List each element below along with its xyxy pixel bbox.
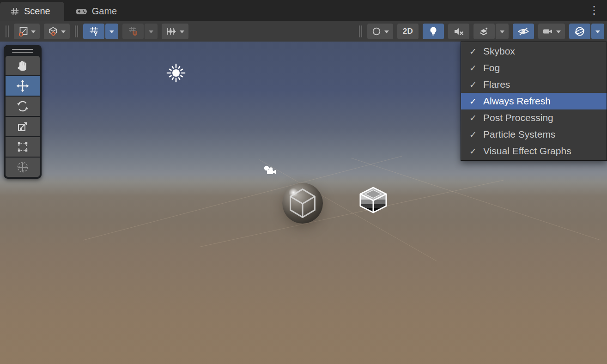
move-tool-button[interactable] [6,76,40,96]
effects-dropdown[interactable] [496,24,509,39]
sun-light-gizmo-icon[interactable] [166,63,186,83]
menu-item-visual-effect-graphs[interactable]: ✓ Visual Effect Graphs [461,143,607,159]
local-global-cube-icon [48,26,58,36]
sphere-object[interactable] [282,183,323,224]
ruler-icon [166,27,177,36]
rotate-tool-button[interactable] [6,97,40,116]
chevron-down-icon [595,30,600,33]
transform-tool-button[interactable] [6,158,40,177]
unity-scene-view-window: Scene Game ⋮ [0,0,607,364]
rotate-icon [16,100,29,113]
gamepad-icon [75,8,87,15]
shaded-sphere-icon [371,26,382,36]
tab-game[interactable]: Game [64,2,128,21]
menu-item-label: Visual Effect Graphs [483,146,571,157]
checkmark-icon: ✓ [469,79,478,90]
toolbar-separator [75,25,78,37]
chevron-down-icon [61,30,66,33]
tab-scene[interactable]: Scene [0,2,64,21]
chevron-down-icon [500,30,504,33]
tools-overlay-palette [4,45,42,179]
snap-settings-button[interactable] [122,24,144,39]
checkmark-icon: ✓ [469,129,478,140]
tab-bar: Scene Game ⋮ [0,0,607,21]
scene-viewport[interactable]: ✓ Skybox ✓ Fog ✓ Flares ✓ Always Refresh… [0,42,607,364]
toolbar-separator [6,25,9,37]
tool-handle-rotation-button[interactable] [44,24,70,39]
palette-drag-handle[interactable] [6,47,40,55]
hand-icon [16,59,29,72]
view-hand-tool-button[interactable] [6,56,40,75]
chevron-down-icon [31,30,36,33]
pivot-icon [18,26,28,36]
menu-item-label: Particle Systems [483,129,555,140]
eye-slash-icon [517,26,530,36]
orientation-gizmo-button[interactable] [569,24,590,39]
toolbar-right-group: 2D [358,24,604,39]
orientation-gizmo-icon [574,26,585,37]
effects-button[interactable] [473,24,495,39]
menu-item-skybox[interactable]: ✓ Skybox [461,43,607,60]
toolbar-separator [359,25,362,37]
grid-visibility-button[interactable]: Y [83,24,104,39]
checkmark-icon: ✓ [469,96,478,107]
kebab-menu-button[interactable]: ⋮ [588,3,601,18]
scene-toolbar: Y [0,21,607,42]
menu-item-fog[interactable]: ✓ Fog [461,60,607,76]
effects-dropdown-menu: ✓ Skybox ✓ Fog ✓ Flares ✓ Always Refresh… [461,42,607,161]
orientation-gizmo-dropdown[interactable] [591,24,604,39]
menu-item-label: Fog [483,62,500,73]
checkmark-icon: ✓ [469,146,478,157]
camera-gizmo-icon[interactable] [261,165,280,177]
wire-cube-gizmo-icon [282,183,323,224]
audio-mute-button[interactable] [448,24,469,39]
light-bulb-icon [429,26,438,37]
move-icon [16,79,30,93]
video-camera-icon [542,27,553,36]
checkmark-icon: ✓ [469,46,478,57]
grid-y-icon: Y [88,26,100,37]
2d-label: 2D [403,27,413,36]
chevron-down-icon [556,30,561,33]
effects-layers-icon [479,26,489,36]
scale-icon [16,120,29,133]
chevron-down-icon [180,30,184,33]
menu-item-label: Skybox [483,46,515,57]
menu-item-label: Post Processing [483,112,553,123]
menu-item-label: Always Refresh [483,96,551,107]
snap-magnet-icon [127,26,139,37]
chevron-down-icon [384,30,389,33]
menu-item-always-refresh[interactable]: ✓ Always Refresh [461,93,607,109]
tool-handle-position-button[interactable] [14,24,40,39]
camera-settings-button[interactable] [538,24,565,39]
rect-tool-button[interactable] [6,137,40,157]
checkmark-icon: ✓ [469,63,478,73]
snap-settings-dropdown[interactable] [145,24,158,39]
grid-icon [10,7,19,16]
chevron-down-icon [109,30,114,33]
tab-scene-label: Scene [24,6,50,17]
menu-item-flares[interactable]: ✓ Flares [461,76,607,93]
draw-mode-button[interactable] [367,24,393,39]
rect-icon [16,140,29,153]
tab-game-label: Game [92,6,117,17]
menu-item-particle-systems[interactable]: ✓ Particle Systems [461,126,607,143]
menu-item-post-processing[interactable]: ✓ Post Processing [461,109,607,126]
grid-axis-label: Y [94,31,97,37]
scene-visibility-button[interactable] [513,24,534,39]
scale-tool-button[interactable] [6,117,40,136]
reflection-probe-cube[interactable] [358,186,388,214]
checkmark-icon: ✓ [469,113,478,123]
2d-toggle-button[interactable]: 2D [397,24,419,39]
speaker-muted-icon [453,27,464,36]
chevron-down-icon [149,30,153,33]
lighting-toggle-button[interactable] [423,24,444,39]
grid-visibility-dropdown[interactable] [105,24,118,39]
measure-tool-button[interactable] [162,24,188,39]
transform-icon [16,160,30,174]
menu-item-label: Flares [483,79,510,90]
